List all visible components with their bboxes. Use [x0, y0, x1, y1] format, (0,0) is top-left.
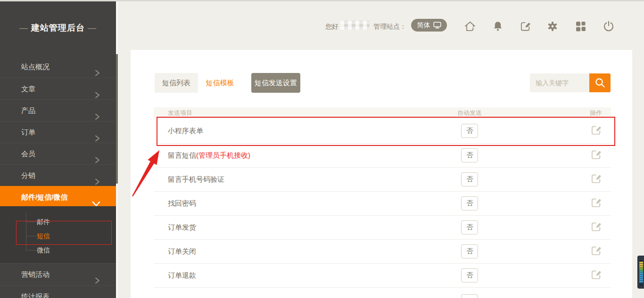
tab-sms-list[interactable]: 短信列表: [155, 73, 198, 93]
auto-send-cell: 否: [448, 294, 491, 298]
auto-send-cell: 否: [448, 172, 491, 186]
sidebar-item-distribution[interactable]: 分销: [0, 164, 116, 186]
operation-cell: [582, 173, 610, 186]
page-title: 建站管理后台: [31, 23, 85, 32]
sidebar-item-label: 订单: [21, 128, 35, 136]
sidebar-item-label: 文章: [21, 85, 35, 93]
send-item-name-note: (管理员手机接收): [196, 151, 250, 159]
sidebar-item-label: 营销活动: [21, 270, 50, 278]
browser-widget[interactable]: [637, 256, 644, 289]
username-redacted: [340, 21, 370, 30]
edit-icon[interactable]: [590, 173, 602, 185]
submenu-item-label: 短信: [37, 232, 50, 240]
submenu-item-label: 微信: [37, 246, 50, 254]
chevron-right-icon: [94, 293, 100, 298]
operation-cell: [582, 221, 610, 234]
send-item-name: 订单关闭: [168, 247, 196, 256]
sidebar-item-label: 邮件/短信/微信: [21, 193, 67, 201]
submenu-item-label: 邮件: [37, 218, 50, 226]
table-row: 找回密码否: [154, 192, 611, 216]
auto-send-toggle-button[interactable]: 否: [461, 220, 478, 234]
auto-send-cell: 否: [448, 244, 491, 258]
sidebar-item-label: 产品: [21, 106, 35, 114]
operation-cell: [582, 245, 610, 258]
table-row: 留言短信(管理员手机接收)否: [154, 144, 611, 168]
operation-cell: [582, 149, 610, 162]
auto-send-toggle-button[interactable]: 否: [461, 172, 478, 186]
sidebar: —建站管理后台— 站点概况文章产品订单会员分销 邮件/短信/微信 邮件短信微信 …: [0, 1, 116, 298]
operation-cell: [582, 269, 610, 282]
sidebar-item-marketing[interactable]: 营销活动: [0, 263, 116, 285]
auto-send-toggle-button[interactable]: 否: [461, 244, 478, 258]
edit-icon[interactable]: [590, 221, 602, 233]
sidebar-submenu: 邮件短信微信: [0, 206, 116, 263]
header-auto-send: 自动发送: [448, 109, 491, 117]
submenu-item-mail[interactable]: 邮件: [37, 217, 107, 226]
auto-send-cell: 否: [448, 220, 491, 234]
sms-send-settings-button[interactable]: 短信发送设置: [251, 73, 300, 93]
sidebar-item-site-overview[interactable]: 站点概况: [0, 56, 116, 78]
sidebar-item-label: 分销: [21, 171, 35, 179]
bell-icon[interactable]: [492, 20, 504, 32]
send-item-name: 留言短信(管理员手机接收): [168, 151, 250, 160]
table-header: 发送项目 自动发送 操作: [154, 107, 611, 119]
tree-tick: [26, 222, 36, 222]
operation-cell: [582, 197, 610, 210]
sidebar-item-articles[interactable]: 文章: [0, 78, 116, 99]
table-row: 留言手机号码验证否: [154, 168, 611, 192]
search-input[interactable]: [530, 73, 589, 92]
sidebar-item-orders[interactable]: 订单: [0, 121, 116, 143]
auto-send-cell: 否: [448, 196, 491, 210]
home-icon[interactable]: [464, 20, 476, 32]
auto-send-toggle-button[interactable]: 否: [461, 196, 478, 210]
edit-icon[interactable]: [590, 124, 602, 137]
auto-send-toggle-button[interactable]: 否: [461, 268, 478, 282]
header-send-item: 发送项目: [168, 109, 192, 117]
monitor-icon: [433, 22, 441, 29]
send-item-name: 订单发货: [168, 223, 196, 232]
sidebar-item-mail-sms-wechat[interactable]: 邮件/短信/微信: [0, 186, 116, 208]
language-selector[interactable]: 简体: [411, 19, 447, 32]
sidebar-scrollbar-thumb[interactable]: [116, 54, 118, 184]
sidebar-item-products[interactable]: 产品: [0, 99, 116, 121]
tab-sms-template[interactable]: 短信模板: [198, 73, 242, 93]
tree-tick: [26, 250, 36, 250]
edit-icon[interactable]: [590, 269, 602, 281]
auto-send-cell: 否: [448, 268, 491, 282]
submenu-item-sms[interactable]: 短信: [37, 231, 107, 241]
search-button[interactable]: [589, 73, 611, 92]
gear-icon[interactable]: [546, 20, 559, 32]
auto-send-cell: 否: [448, 148, 491, 162]
topbar: 您好 · 管理站点： 简体: [118, 1, 644, 48]
sidebar-item-label: 站点概况: [21, 63, 50, 71]
widget-indicator-bars: [639, 260, 643, 286]
edit-icon[interactable]: [590, 197, 602, 209]
table-row: 小程序表单否: [154, 119, 611, 144]
sidebar-item-members[interactable]: 会员: [0, 143, 116, 164]
table-row: 否: [154, 288, 611, 298]
manage-site-label: 管理站点：: [373, 23, 406, 31]
auto-send-toggle-button[interactable]: 否: [461, 124, 478, 138]
title-dash-right: —: [88, 23, 97, 32]
auto-send-toggle-button[interactable]: 否: [461, 148, 478, 162]
table-row: 订单关闭否: [154, 240, 611, 264]
edit-icon[interactable]: [590, 149, 602, 161]
auto-send-cell: 否: [448, 124, 491, 138]
power-icon[interactable]: [603, 20, 615, 32]
tree-line: [26, 213, 26, 250]
apps-grid-icon[interactable]: [575, 20, 587, 32]
sidebar-item-label: 会员: [21, 150, 35, 158]
sidebar-item-statistics[interactable]: 统计报表: [0, 285, 116, 298]
sms-template-table: 发送项目 自动发送 操作 小程序表单否留言短信(管理员手机接收)否留言手机号码验…: [154, 107, 611, 298]
edit-icon[interactable]: [590, 245, 602, 257]
compose-icon[interactable]: [519, 20, 531, 32]
table-row: 订单发货否: [154, 216, 611, 240]
operation-cell: [582, 124, 610, 138]
language-label: 简体: [417, 21, 430, 30]
send-item-name: 找回密码: [168, 199, 196, 208]
header-operation: 操作: [582, 109, 610, 117]
auto-send-toggle-button[interactable]: 否: [461, 294, 478, 298]
send-item-name: 留言手机号码验证: [168, 175, 224, 184]
submenu-item-wechat[interactable]: 微信: [37, 245, 107, 255]
tree-tick: [26, 236, 36, 236]
